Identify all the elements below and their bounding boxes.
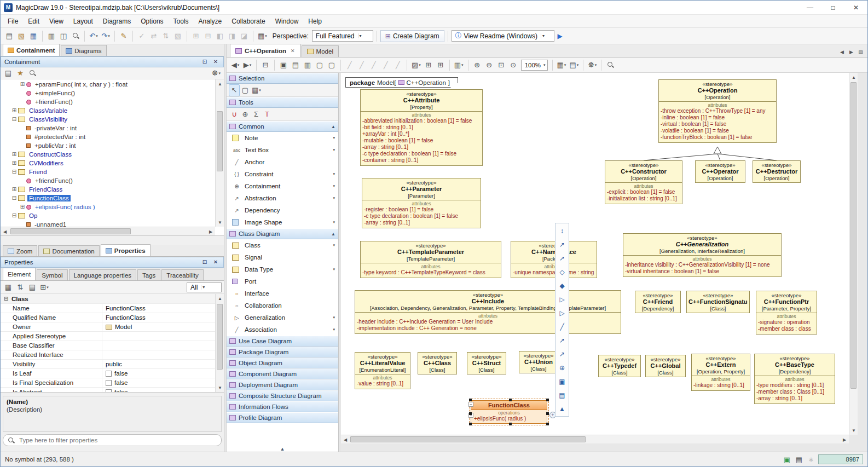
aggregation-icon[interactable]: ◇	[556, 265, 568, 279]
resize-handle[interactable]	[509, 423, 512, 425]
close-button[interactable]: ✕	[844, 1, 867, 14]
palette-item-signal[interactable]: Signal	[227, 251, 338, 263]
commit-project-icon[interactable]: ⊞	[190, 30, 201, 42]
chevron-down-icon[interactable]: ▾	[333, 136, 335, 140]
favorites-icon[interactable]: ★	[15, 67, 26, 79]
chevron-down-icon[interactable]: ▾	[333, 267, 335, 272]
readme-combo[interactable]: ⓘ View Readme (Windows) ▾	[452, 30, 554, 42]
property-row-is-abstract[interactable]: Is Abstractfalse	[1, 388, 215, 392]
tree-item-friendfunc[interactable]: +friendFunc()	[1, 97, 215, 106]
resize-handle[interactable]	[509, 399, 512, 401]
chevron-down-icon[interactable]: ▾	[333, 196, 335, 200]
directed-association-icon[interactable]: ↗	[556, 251, 568, 265]
checkbox-icon[interactable]	[106, 389, 112, 393]
stereotype-box-c-attribute[interactable]: «stereotype»C++Attribute[Property]attrib…	[360, 89, 483, 166]
tree-item-unnamed1[interactable]: -unnamed1	[1, 220, 215, 227]
property-row-owner[interactable]: OwnerModel	[1, 322, 215, 332]
checkbox-icon[interactable]	[106, 371, 112, 377]
tree-item-elipsisfunc-radius[interactable]: ⊞+elipsisFunc( radius )	[1, 203, 215, 211]
path-layout-icon[interactable]: ╱	[392, 59, 403, 71]
palette-item-image-shape[interactable]: Image Shape▾	[227, 216, 338, 228]
section-scroll-icon[interactable]: ▲	[331, 124, 335, 129]
show-owner-icon[interactable]: ▥▾	[453, 59, 465, 71]
tree-item-constructclass[interactable]: ⊞ConstructClass	[1, 150, 215, 159]
usage-icon[interactable]: ↗	[556, 347, 568, 361]
tree-item-privatevar-int[interactable]: -privateVar : int	[1, 124, 215, 132]
tree-horizontal-scrollbar[interactable]: ◀ ▶	[1, 227, 215, 235]
tab-diagrams[interactable]: Diagrams	[61, 45, 106, 56]
stereotype-box-c-extern[interactable]: «stereotype»C++Extern[Operation, Propert…	[691, 354, 750, 391]
zoom-out-icon[interactable]: ⊖	[484, 59, 495, 71]
chevron-down-icon[interactable]: ▾	[333, 184, 335, 188]
menu-help[interactable]: Help	[303, 18, 327, 25]
unlock-elements-icon[interactable]: ◨	[227, 30, 238, 42]
property-section-class[interactable]: ⊟ Class	[1, 294, 215, 304]
tree-expander-icon[interactable]: ⊞	[11, 187, 18, 192]
scroll-up-icon[interactable]: ▲	[556, 402, 568, 416]
palette-section-information-flows[interactable]: Information Flows	[227, 401, 338, 412]
property-row-base-classifier[interactable]: Base Classifier	[1, 341, 215, 350]
delete-symbol-icon[interactable]: ▢	[314, 59, 325, 71]
perspective-combo[interactable]: Full Featured▾	[312, 30, 373, 42]
palette-item-constraint[interactable]: Constraint▾	[227, 168, 338, 180]
zoom-in-icon[interactable]: ⊕	[472, 59, 483, 71]
lock-elements-icon[interactable]: ◧	[215, 30, 225, 42]
tree-item-op[interactable]: ⊟Op	[1, 211, 215, 220]
palette-section-object-diagram[interactable]: Object Diagram	[227, 358, 338, 368]
zoom-mode-icon[interactable]: ▦▾	[251, 84, 262, 96]
tab-documentation[interactable]: Documentation	[38, 245, 99, 256]
select-in-containment-tree-icon[interactable]: ⊟	[260, 59, 271, 71]
show-grid-icon[interactable]: ▦▾	[556, 59, 568, 71]
menu-window[interactable]: Window	[270, 18, 304, 25]
tree-item-classvisibility[interactable]: ⊟ClassVisibility	[1, 115, 215, 124]
menu-collaborate[interactable]: Collaborate	[227, 18, 270, 25]
scroll-down-icon[interactable]: ▼	[216, 218, 224, 227]
property-filter-combo[interactable]: All ▾	[187, 282, 222, 292]
stereotype-box-c-operation[interactable]: «stereotype»C++Operation[Operation]attri…	[658, 79, 777, 143]
property-value[interactable]: false	[102, 370, 215, 377]
tabs-list-icon[interactable]: ▤	[856, 48, 865, 57]
print-preview-icon[interactable]: ◫	[58, 30, 69, 42]
menu-layout[interactable]: Layout	[68, 18, 98, 25]
clone-icon[interactable]: ▥	[302, 59, 313, 71]
float-panel-icon[interactable]: ⊡	[200, 57, 209, 66]
tab-traceability[interactable]: Traceability	[161, 269, 203, 280]
quick-find-icon[interactable]	[27, 67, 38, 79]
palette-section-profile-diagram[interactable]: Profile Diagram	[227, 412, 338, 423]
resize-handle[interactable]	[546, 423, 549, 425]
chevron-down-icon[interactable]: ▾	[333, 243, 335, 247]
property-row-visibility[interactable]: Visibilitypublic	[1, 360, 215, 369]
tab-element[interactable]: Element	[3, 268, 36, 280]
stereotype-box-c-operator[interactable]: «stereotype»C++Operator[Operation]	[695, 160, 745, 183]
zoom-1-1-icon[interactable]: ⊙	[508, 59, 519, 71]
bezier-path-icon[interactable]: ╱	[368, 59, 379, 71]
close-tab-icon[interactable]: ✕	[291, 48, 295, 54]
palette-item-text-box[interactable]: Text Box▾	[227, 144, 338, 156]
chevron-down-icon[interactable]: ▾	[333, 327, 335, 332]
close-panel-icon[interactable]: ✕	[211, 57, 220, 66]
tree-vertical-scrollbar[interactable]: ▲ ▼	[215, 79, 224, 227]
go-forward-icon[interactable]: ▶▾	[242, 59, 253, 71]
stereotype-box-c-global[interactable]: «stereotype»C++Global[Class]	[645, 355, 686, 377]
containment-link-icon[interactable]: ⊕	[556, 361, 568, 374]
redo-icon[interactable]: ↷▾	[100, 30, 111, 42]
minimize-button[interactable]: —	[798, 1, 821, 14]
go-back-icon[interactable]: ◀▾	[230, 59, 241, 71]
property-row-qualified-name[interactable]: Qualified NameFunctionClass	[1, 313, 215, 322]
tree-expander-icon[interactable]: ⊟	[11, 117, 18, 122]
scroll-down-icon[interactable]: ▼	[849, 426, 858, 435]
property-row-is-final-specialization[interactable]: Is Final Specializationfalse	[1, 378, 215, 388]
note-link-icon[interactable]: ▤	[556, 388, 568, 402]
stereotype-box-c-basetype[interactable]: «stereotype»C++BaseType[Dependency]attri…	[754, 354, 835, 404]
perspective-icon[interactable]: ▦▾	[257, 30, 268, 42]
marquee-select-icon[interactable]: ▢	[240, 84, 251, 96]
palette-section-composite-structure-diagram[interactable]: Composite Structure Diagram	[227, 390, 338, 401]
scroll-thumb[interactable]	[217, 111, 223, 171]
tree-item-friend[interactable]: ⊟Friend	[1, 168, 215, 176]
resize-handle[interactable]	[546, 399, 549, 401]
find-in-diagram-icon[interactable]	[605, 59, 616, 71]
format-painter-icon[interactable]: ✎	[118, 30, 129, 42]
tree-expander-icon[interactable]: ⊟	[11, 213, 18, 218]
property-value[interactable]: FunctionClass	[102, 314, 215, 321]
tree-item-paramfunc-int-x-char-y-float[interactable]: ⊞+paramFunc( int x, char y ) : float	[1, 80, 215, 89]
